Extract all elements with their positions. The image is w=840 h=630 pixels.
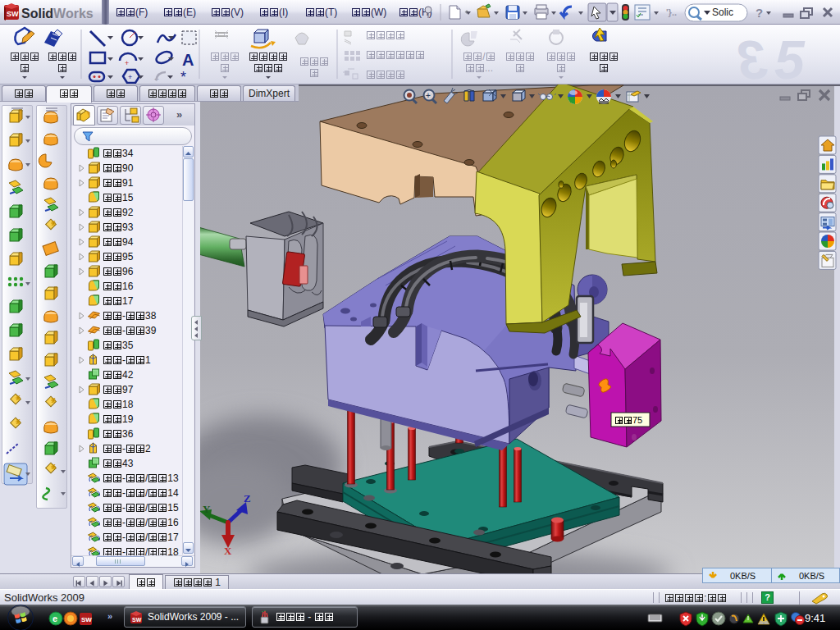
svg-text:Y: Y	[203, 503, 211, 515]
svg-text:A: A	[182, 51, 194, 69]
svg-text:+: +	[128, 73, 132, 81]
svg-text:SW: SW	[7, 10, 19, 18]
svg-text:+: +	[154, 75, 159, 84]
svg-text:SW: SW	[81, 616, 92, 623]
svg-text:X: X	[224, 545, 232, 557]
svg-text:Z: Z	[244, 492, 251, 504]
svg-text:5: 5	[774, 30, 806, 84]
svg-text:SW: SW	[132, 617, 142, 623]
svg-text:'}..: '}..	[666, 7, 677, 17]
svg-text:?: ?	[756, 6, 763, 20]
svg-text:e: e	[52, 614, 57, 623]
svg-text:3: 3	[737, 30, 768, 84]
svg-text:Solic: Solic	[712, 7, 733, 18]
svg-text:»: »	[107, 611, 112, 621]
svg-text:+: +	[426, 91, 431, 100]
svg-text:+: +	[125, 59, 129, 67]
svg-text:*: *	[180, 69, 186, 84]
svg-text:SolidWorks: SolidWorks	[21, 7, 94, 21]
